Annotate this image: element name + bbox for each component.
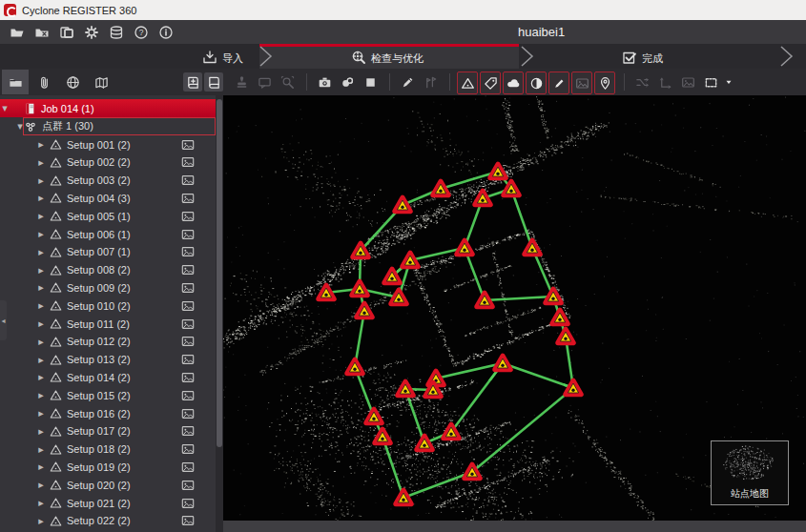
setup-marker[interactable]: [558, 330, 573, 343]
caret-right-icon[interactable]: ▸: [36, 192, 46, 204]
caret-down-icon[interactable]: ▾: [0, 102, 10, 114]
tree-scrollbar[interactable]: [216, 95, 223, 532]
setup-marker[interactable]: [477, 294, 492, 307]
tree-item-setup[interactable]: ▸Setup 020 (2): [0, 476, 216, 494]
workflow-step-review-optimize[interactable]: 检查与优化: [351, 50, 424, 67]
caret-right-icon[interactable]: ▸: [36, 497, 46, 509]
tree-item-setup[interactable]: ▸Setup 016 (2): [0, 404, 216, 422]
caret-right-icon[interactable]: ▸: [36, 515, 46, 527]
tree-item-setup[interactable]: ▸Setup 011 (2): [0, 315, 216, 333]
menu-button-settings-gear-icon[interactable]: [80, 23, 103, 42]
caret-right-icon[interactable]: ▸: [36, 246, 46, 258]
tree-item-setup[interactable]: ▸Setup 004 (3): [0, 189, 216, 207]
pointcloud-viewport[interactable]: 站点地图: [223, 95, 806, 521]
caret-right-icon[interactable]: ▸: [36, 443, 46, 456]
caret-right-icon[interactable]: ▸: [36, 336, 46, 348]
tree-item-setup[interactable]: ▸Setup 003 (2): [0, 172, 216, 190]
tree-item-job[interactable]: ▾ Job 014 (1): [0, 99, 216, 117]
menu-button-import-cards-icon[interactable]: [55, 23, 78, 42]
site-map-panel[interactable]: 站点地图: [711, 440, 789, 505]
sidebar-button-open-bundle-icon[interactable]: [204, 72, 223, 92]
caret-right-icon[interactable]: ▸: [36, 389, 46, 401]
tree-item-setup[interactable]: ▸Setup 019 (2): [0, 458, 216, 476]
caret-right-icon[interactable]: ▸: [36, 317, 46, 330]
caret-right-icon[interactable]: ▸: [36, 371, 46, 383]
tree-item-setup[interactable]: ▸Setup 002 (2): [0, 153, 216, 172]
setup-marker[interactable]: [552, 311, 568, 324]
toolbar-button-setup-marker-icon[interactable]: [457, 72, 478, 94]
setup-marker[interactable]: [395, 198, 410, 212]
setup-marker[interactable]: [375, 430, 390, 443]
toolbar-button-image-frame-icon[interactable]: [677, 72, 698, 92]
tree-item-setup[interactable]: ▸Setup 017 (2): [0, 422, 216, 440]
caret-right-icon[interactable]: ▸: [36, 479, 46, 491]
menu-button-folder-open-icon[interactable]: [6, 23, 29, 42]
toolbar-button-location-pin-icon[interactable]: [594, 72, 615, 94]
setup-marker[interactable]: [433, 182, 448, 195]
tree-item-setup[interactable]: ▸Setup 007 (1): [0, 243, 216, 261]
setup-marker[interactable]: [490, 165, 506, 178]
tree-item-setup[interactable]: ▸Setup 012 (2): [0, 333, 216, 351]
tree-item-setup[interactable]: ▸Setup 010 (2): [0, 297, 216, 315]
sidebar-tab-globe-icon[interactable]: [59, 70, 86, 94]
marquee-dropdown-caret[interactable]: [724, 77, 734, 87]
setup-marker[interactable]: [357, 304, 372, 317]
toolbar-button-comment-icon[interactable]: [254, 72, 275, 92]
menu-button-folder-close-icon[interactable]: [31, 23, 53, 42]
caret-right-icon[interactable]: ▸: [36, 407, 46, 419]
tree-item-setup[interactable]: ▸Setup 021 (2): [0, 494, 216, 512]
tree-scrollbar-thumb[interactable]: [217, 99, 222, 447]
setup-marker[interactable]: [347, 360, 362, 374]
setup-marker[interactable]: [398, 382, 413, 396]
toolbar-button-move-axes-icon[interactable]: [654, 72, 675, 92]
tree-item-setup[interactable]: ▸Setup 018 (2): [0, 440, 216, 459]
setup-marker[interactable]: [366, 410, 382, 423]
toolbar-button-contrast-sphere-icon[interactable]: [526, 72, 547, 94]
toolbar-button-shuffle-links-icon[interactable]: [631, 72, 652, 92]
tree-item-setup[interactable]: ▸Setup 014 (2): [0, 368, 216, 386]
toolbar-button-stamp-icon[interactable]: [231, 72, 252, 92]
tree-item-setup[interactable]: ▸Setup 015 (2): [0, 386, 216, 404]
sidebar-tab-project-folder-icon[interactable]: [2, 70, 29, 94]
caret-right-icon[interactable]: ▸: [36, 354, 46, 366]
toolbar-button-measure-pen-icon[interactable]: [397, 72, 418, 92]
menu-button-help-icon[interactable]: ?: [130, 23, 153, 42]
setup-marker[interactable]: [475, 192, 490, 205]
tree-item-setup[interactable]: ▸Setup 013 (2): [0, 351, 216, 369]
workflow-step-import[interactable]: 导入: [202, 50, 243, 67]
caret-right-icon[interactable]: ▸: [36, 299, 46, 312]
tree-item-setup[interactable]: ▸Setup 005 (1): [0, 207, 216, 225]
caret-right-icon[interactable]: ▸: [36, 425, 46, 438]
toolbar-button-square-select-icon[interactable]: [360, 72, 381, 92]
toolbar-button-marquee-icon[interactable]: [700, 72, 721, 92]
caret-right-icon[interactable]: ▸: [36, 228, 46, 240]
toolbar-button-point-cloud-icon[interactable]: [503, 72, 524, 94]
tree-item-setup[interactable]: ▸Setup 022 (2): [0, 512, 216, 530]
tree-item-setup[interactable]: ▸Setup 001 (2): [0, 135, 216, 153]
sidebar-collapse-handle[interactable]: ◂: [0, 300, 7, 340]
setup-marker[interactable]: [319, 286, 334, 299]
toolbar-button-color-modes-icon[interactable]: [337, 72, 358, 92]
menu-button-info-icon[interactable]: [155, 23, 177, 42]
caret-right-icon[interactable]: ▸: [36, 264, 46, 276]
caret-right-icon[interactable]: ▸: [36, 281, 46, 294]
menu-button-database-icon[interactable]: [105, 23, 128, 42]
tree-item-setup[interactable]: ▸Setup 008 (2): [0, 261, 216, 279]
toolbar-button-zoom-region-icon[interactable]: [277, 72, 298, 92]
workflow-step-finalize[interactable]: 完成: [622, 50, 663, 67]
setup-marker[interactable]: [403, 254, 418, 267]
toolbar-button-link-flags-icon[interactable]: [420, 72, 441, 92]
setup-marker[interactable]: [352, 282, 367, 296]
setup-marker[interactable]: [566, 381, 581, 395]
setup-marker[interactable]: [396, 491, 411, 504]
setup-marker[interactable]: [546, 290, 561, 303]
toolbar-button-image-icon[interactable]: [571, 72, 592, 94]
caret-right-icon[interactable]: ▸: [36, 156, 46, 169]
setup-marker[interactable]: [417, 437, 432, 450]
sidebar-tab-sitemap-flag-icon[interactable]: [88, 70, 114, 94]
setup-marker[interactable]: [457, 241, 472, 255]
toolbar-button-annotation-pen-icon[interactable]: [548, 72, 569, 94]
setup-marker[interactable]: [525, 241, 540, 255]
tree-item-setup[interactable]: ▸Setup 009 (2): [0, 278, 216, 297]
tree-item-setup[interactable]: ▸Setup 006 (1): [0, 225, 216, 243]
